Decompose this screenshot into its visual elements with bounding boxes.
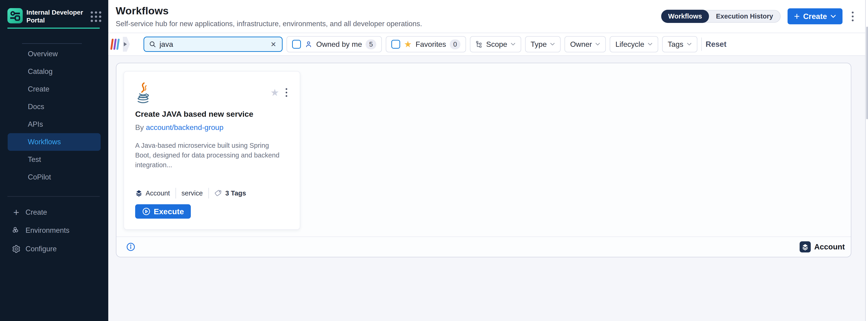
sidebar-item-docs[interactable]: Docs bbox=[8, 98, 101, 115]
page-title: Workflows bbox=[116, 5, 422, 17]
brand-name: Internal Developer Portal bbox=[26, 8, 89, 24]
content-area: ★ Create JAVA based new service By accou… bbox=[108, 56, 865, 321]
owner-group-link[interactable]: account/backend-group bbox=[146, 123, 223, 132]
expand-panel-arrow-icon[interactable] bbox=[123, 37, 130, 51]
scrollbar-thumb[interactable] bbox=[866, 27, 868, 119]
filter-divider bbox=[701, 38, 702, 51]
view-toggle: Workflows Execution History bbox=[661, 10, 781, 23]
workflow-card[interactable]: ★ Create JAVA based new service By accou… bbox=[124, 71, 300, 230]
sidebar-item-configure[interactable]: Configure bbox=[11, 241, 108, 257]
tags-dropdown[interactable]: Tags bbox=[662, 36, 698, 52]
scope-account-label: Account bbox=[814, 243, 845, 251]
card-tags-count[interactable]: 3 Tags bbox=[225, 189, 246, 197]
workflow-grid: ★ Create JAVA based new service By accou… bbox=[116, 63, 851, 230]
clear-search-icon[interactable]: ✕ bbox=[270, 40, 277, 48]
chevron-down-icon bbox=[687, 43, 692, 46]
portal-logo-icon bbox=[7, 8, 23, 24]
type-dropdown[interactable]: Type bbox=[525, 36, 561, 52]
sidebar-create-button[interactable]: + Create bbox=[11, 204, 108, 220]
sidebar-item-workflows[interactable]: Workflows bbox=[8, 133, 101, 151]
filter-bar: ✕ Owned by me 5 ★ Favorites 0 Scope bbox=[108, 33, 865, 56]
scope-account-badge: Account bbox=[800, 241, 845, 252]
filter-panel-icon[interactable] bbox=[111, 39, 120, 50]
search-box: ✕ bbox=[144, 37, 283, 52]
sidebar-item-label: Test bbox=[28, 155, 41, 164]
info-icon[interactable] bbox=[126, 242, 135, 252]
owned-by-me-filter[interactable]: Owned by me 5 bbox=[286, 36, 382, 52]
card-type-label: service bbox=[182, 189, 203, 197]
page-scrollbar[interactable] bbox=[865, 0, 868, 321]
card-kebab-menu[interactable] bbox=[284, 87, 289, 98]
sidebar-item-label: Workflows bbox=[28, 138, 61, 146]
sidebar-item-label: APIs bbox=[28, 120, 43, 129]
account-layers-icon bbox=[800, 241, 811, 252]
chevron-down-icon bbox=[550, 43, 555, 46]
create-button-label: Create bbox=[803, 12, 827, 21]
plus-icon: + bbox=[11, 208, 21, 217]
sidebar-item-environments[interactable]: Environments bbox=[11, 222, 108, 239]
favorites-label: Favorites bbox=[416, 40, 446, 49]
sidebar: Internal Developer Portal Overview Catal… bbox=[0, 0, 108, 321]
execute-button[interactable]: Execute bbox=[135, 204, 191, 219]
favorites-filter[interactable]: ★ Favorites 0 bbox=[386, 36, 466, 52]
favorite-star-icon[interactable]: ★ bbox=[270, 88, 279, 98]
sidebar-item-label: Catalog bbox=[28, 67, 53, 76]
star-icon: ★ bbox=[404, 40, 412, 49]
sidebar-create-label: Create bbox=[26, 208, 47, 217]
brand-line1: Internal Developer bbox=[26, 8, 89, 16]
card-description: A Java-based microservice built using Sp… bbox=[135, 141, 286, 170]
sidebar-item-apis[interactable]: APIs bbox=[8, 115, 101, 133]
environments-hexagons-icon bbox=[11, 226, 21, 235]
sidebar-item-test[interactable]: Test bbox=[8, 151, 101, 168]
play-circle-icon bbox=[142, 207, 151, 216]
chevron-down-icon bbox=[510, 43, 516, 46]
create-button[interactable]: + Create bbox=[787, 8, 842, 24]
favorites-checkbox[interactable] bbox=[391, 40, 400, 49]
header-kebab-menu[interactable] bbox=[849, 10, 856, 23]
sidebar-item-label: Overview bbox=[28, 50, 58, 58]
sidebar-item-catalog[interactable]: Catalog bbox=[8, 63, 101, 80]
brand: Internal Developer Portal bbox=[7, 8, 101, 24]
meta-divider bbox=[209, 188, 209, 199]
workflows-panel: ★ Create JAVA based new service By accou… bbox=[116, 63, 851, 257]
sidebar-divider bbox=[7, 196, 100, 197]
meta-divider bbox=[176, 188, 176, 199]
card-scope-label: Account bbox=[146, 189, 170, 197]
brand-line2: Portal bbox=[26, 16, 89, 24]
tag-icon bbox=[214, 189, 222, 197]
tab-workflows[interactable]: Workflows bbox=[661, 10, 709, 23]
main-area: Workflows Self-service hub for new appli… bbox=[108, 0, 865, 321]
sidebar-item-label: Docs bbox=[28, 103, 44, 111]
card-byline: By account/backend-group bbox=[135, 123, 289, 132]
favorites-count: 0 bbox=[450, 39, 460, 49]
owned-by-me-checkbox[interactable] bbox=[292, 40, 301, 49]
sidebar-mini-divider bbox=[22, 43, 82, 44]
by-prefix: By bbox=[135, 123, 144, 132]
search-input[interactable] bbox=[159, 40, 267, 49]
sidebar-item-create[interactable]: Create bbox=[8, 80, 101, 98]
account-layers-icon bbox=[135, 189, 143, 197]
sidebar-item-label: Create bbox=[28, 85, 50, 93]
lifecycle-dropdown[interactable]: Lifecycle bbox=[610, 36, 658, 52]
card-title: Create JAVA based new service bbox=[135, 110, 289, 118]
owned-by-me-label: Owned by me bbox=[316, 40, 362, 49]
search-icon bbox=[149, 40, 156, 48]
sidebar-item-overview[interactable]: Overview bbox=[8, 45, 101, 63]
lifecycle-label: Lifecycle bbox=[615, 40, 644, 49]
type-label: Type bbox=[531, 40, 547, 49]
chevron-down-icon bbox=[648, 43, 653, 46]
apps-grid-icon[interactable] bbox=[91, 11, 101, 22]
plus-icon: + bbox=[794, 12, 800, 21]
title-block: Workflows Self-service hub for new appli… bbox=[116, 5, 422, 28]
tab-execution-history[interactable]: Execution History bbox=[709, 10, 780, 23]
sidebar-environments-label: Environments bbox=[26, 226, 69, 235]
reset-filters-link[interactable]: Reset bbox=[706, 40, 726, 49]
card-meta-row: Account service 3 Tags bbox=[135, 188, 289, 199]
sidebar-item-copilot[interactable]: CoPilot bbox=[8, 168, 101, 186]
panel-footer: Account bbox=[116, 237, 851, 257]
header-actions: Workflows Execution History + Create bbox=[661, 8, 856, 24]
owner-dropdown[interactable]: Owner bbox=[564, 36, 606, 52]
brand-accent-divider bbox=[7, 28, 100, 29]
person-icon bbox=[305, 40, 312, 48]
scope-dropdown[interactable]: Scope bbox=[470, 36, 521, 52]
